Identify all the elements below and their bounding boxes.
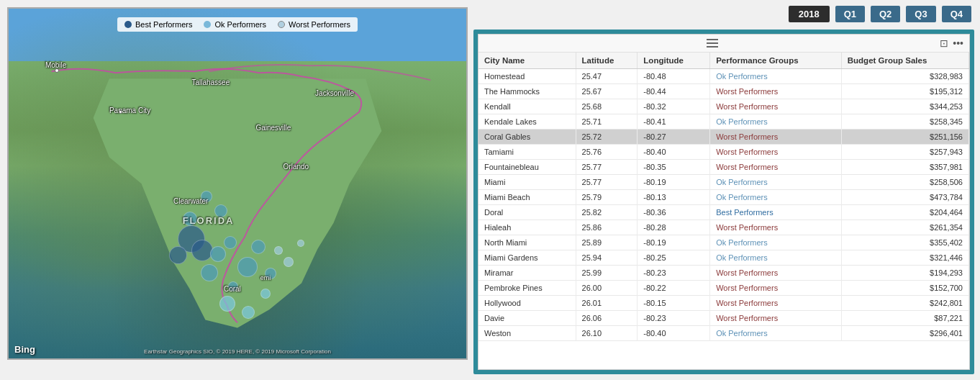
cell-sales: $87,221 [841,311,968,326]
table-row[interactable]: Hialeah 25.86 -80.28 Worst Performers $2… [478,220,969,235]
cell-lon: -80.41 [638,114,710,130]
cell-group: Worst Performers [710,99,842,114]
cell-sales: $296,401 [841,326,968,341]
cell-lat: 25.99 [576,266,638,281]
top-controls: 2018 Q1 Q2 Q3 Q4 [473,6,974,22]
cell-group: Ok Performers [710,114,842,130]
table-row[interactable]: Hollywood 26.01 -80.15 Worst Performers … [478,296,969,311]
cell-lat: 25.68 [576,99,638,114]
cell-city: Hialeah [478,220,576,235]
table-row[interactable]: Fountainebleau 25.77 -80.35 Worst Perfor… [478,160,969,175]
toolbar-line-3 [707,46,718,48]
col-lon: Longitude [638,53,710,69]
bubble-worst-2 [283,257,294,267]
cell-lon: -80.28 [638,220,710,235]
map-container[interactable]: Best Performers Ok Performers Worst Perf… [7,7,468,360]
cell-sales: $328,983 [841,69,968,84]
cell-lon: -80.44 [638,84,710,99]
q1-button[interactable]: Q1 [835,6,865,22]
cell-lon: -80.23 [638,266,710,281]
cell-group: Worst Performers [710,311,842,326]
table-row[interactable]: Doral 25.82 -80.36 Best Performers $204,… [478,205,969,220]
cell-lon: -80.35 [638,160,710,175]
cell-city: North Miami [478,235,576,250]
cell-group: Worst Performers [710,266,842,281]
cell-sales: $258,345 [841,114,968,130]
cell-city: Miramar [478,266,576,281]
legend-ok: Ok Performers [204,20,266,29]
cell-sales: $152,700 [841,281,968,296]
cell-sales: $321,446 [841,250,968,266]
cell-group: Worst Performers [710,130,842,145]
cell-lon: -80.40 [638,326,710,341]
table-row[interactable]: North Miami 25.89 -80.19 Ok Performers $… [478,235,969,250]
table-row[interactable]: Miami 25.77 -80.19 Ok Performers $258,50… [478,175,969,190]
cell-city: Miami Gardens [478,250,576,266]
bubble-ok-3 [237,257,258,277]
table-row[interactable]: Homestead 25.47 -80.48 Ok Performers $32… [478,69,969,84]
cell-lon: -80.36 [638,205,710,220]
bubble-ok-2 [224,236,237,249]
cell-lon: -80.40 [638,145,710,160]
table-row[interactable]: The Hammocks 25.67 -80.44 Worst Performe… [478,84,969,99]
cell-group: Worst Performers [710,84,842,99]
cell-lat: 26.06 [576,311,638,326]
cell-city: The Hammocks [478,84,576,99]
legend-dot-ok [204,21,211,28]
cell-sales: $357,981 [841,160,968,175]
bubble-ok-4 [251,240,266,254]
more-icon[interactable]: ••• [953,37,963,49]
table-row[interactable]: Coral Gables 25.72 -80.27 Worst Performe… [478,130,969,145]
cell-sales: $261,354 [841,220,968,235]
cell-lon: -80.19 [638,175,710,190]
map-legend: Best Performers Ok Performers Worst Perf… [117,17,358,32]
cell-city: Davie [478,311,576,326]
cell-group: Worst Performers [710,145,842,160]
cell-sales: $473,784 [841,190,968,205]
cell-sales: $194,293 [841,266,968,281]
q3-button[interactable]: Q3 [906,6,935,22]
table-row[interactable]: Weston 26.10 -80.40 Ok Performers $296,4… [478,326,969,341]
q4-button[interactable]: Q4 [942,6,971,22]
toolbar-line-1 [707,39,718,40]
cell-city: Miami Beach [478,190,576,205]
q2-button[interactable]: Q2 [871,6,900,22]
table-row[interactable]: Miami Beach 25.79 -80.13 Ok Performers $… [478,190,969,205]
cell-lat: 26.10 [576,326,638,341]
table-row[interactable]: Tamiami 25.76 -80.40 Worst Performers $2… [478,145,969,160]
bubble-ok-5 [265,268,276,279]
bubble-ok-8 [183,212,197,226]
cell-city: Coral Gables [478,130,576,145]
cell-lat: 25.76 [576,145,638,160]
table-outer: ⊡ ••• City Name Latitude Longitude Perfo… [473,30,974,374]
cell-lon: -80.19 [638,235,710,250]
cell-lat: 26.00 [576,281,638,296]
cell-city: Fountainebleau [478,160,576,175]
table-row[interactable]: Miami Gardens 25.94 -80.25 Ok Performers… [478,250,969,266]
expand-icon[interactable]: ⊡ [940,37,948,49]
cell-sales: $195,312 [841,84,968,99]
cell-group: Ok Performers [710,190,842,205]
col-city: City Name [478,53,576,69]
cell-group: Worst Performers [710,281,842,296]
cell-city: Pembroke Pines [478,281,576,296]
cell-sales: $258,506 [841,175,968,190]
legend-label-worst: Worst Performers [289,20,350,29]
cell-group: Best Performers [710,205,842,220]
cell-lat: 25.67 [576,84,638,99]
cell-lon: -80.13 [638,190,710,205]
table-row[interactable]: Pembroke Pines 26.00 -80.22 Worst Perfor… [478,281,969,296]
table-row[interactable]: Miramar 25.99 -80.23 Worst Performers $1… [478,266,969,281]
cell-lat: 25.72 [576,130,638,145]
map-copyright: Earthstar Geographics SIO, © 2019 HERE, … [144,348,331,355]
cell-sales: $355,402 [841,235,968,250]
table-row[interactable]: Kendall 25.68 -80.32 Worst Performers $3… [478,99,969,114]
table-row[interactable]: Kendale Lakes 25.71 -80.41 Ok Performers… [478,114,969,130]
hamburger-icon [707,39,718,48]
cell-lon: -80.25 [638,250,710,266]
cell-lon: -80.23 [638,311,710,326]
col-group: Performance Groups [710,53,842,69]
table-scroll[interactable]: City Name Latitude Longitude Performance… [478,53,969,369]
table-row[interactable]: Davie 26.06 -80.23 Worst Performers $87,… [478,311,969,326]
bubble-ok-12 [219,296,235,312]
